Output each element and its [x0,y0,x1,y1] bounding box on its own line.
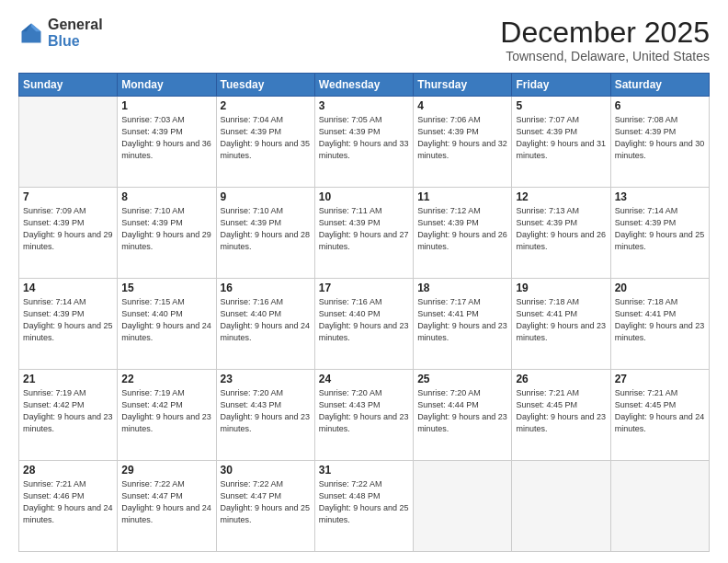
header-tuesday: Tuesday [216,74,314,97]
day-number-26: 26 [516,373,606,385]
header-sunday: Sunday [19,74,118,97]
day-info-3: Sunrise: 7:05 AM Sunset: 4:39 PM Dayligh… [319,114,409,162]
calendar-title: December 2025 [500,17,710,49]
day-info-6: Sunrise: 7:08 AM Sunset: 4:39 PM Dayligh… [615,114,705,162]
header: General Blue December 2025 Townsend, Del… [18,17,710,63]
day-number-23: 23 [221,373,311,385]
day-cell-1-6: 13Sunrise: 7:14 AM Sunset: 4:39 PM Dayli… [610,188,709,279]
day-cell-2-3: 17Sunrise: 7:16 AM Sunset: 4:40 PM Dayli… [314,279,413,370]
day-cell-2-6: 20Sunrise: 7:18 AM Sunset: 4:41 PM Dayli… [610,279,709,370]
day-info-22: Sunrise: 7:19 AM Sunset: 4:42 PM Dayligh… [121,387,211,435]
day-info-7: Sunrise: 7:09 AM Sunset: 4:39 PM Dayligh… [23,205,113,253]
day-number-19: 19 [516,282,606,294]
day-number-8: 8 [121,190,211,203]
day-number-25: 25 [417,373,507,385]
week-row-3: 21Sunrise: 7:19 AM Sunset: 4:42 PM Dayli… [19,370,710,461]
day-number-7: 7 [23,190,113,203]
day-cell-4-2: 30Sunrise: 7:22 AM Sunset: 4:47 PM Dayli… [216,461,314,552]
day-number-4: 4 [417,99,507,112]
day-info-23: Sunrise: 7:20 AM Sunset: 4:43 PM Dayligh… [221,387,311,435]
day-number-17: 17 [319,282,409,294]
day-cell-3-6: 27Sunrise: 7:21 AM Sunset: 4:45 PM Dayli… [610,370,709,461]
day-info-14: Sunrise: 7:14 AM Sunset: 4:39 PM Dayligh… [23,296,113,344]
day-info-15: Sunrise: 7:15 AM Sunset: 4:40 PM Dayligh… [121,296,211,344]
day-number-2: 2 [221,99,311,112]
day-number-21: 21 [23,373,113,385]
day-cell-2-2: 16Sunrise: 7:16 AM Sunset: 4:40 PM Dayli… [216,279,314,370]
day-info-30: Sunrise: 7:22 AM Sunset: 4:47 PM Dayligh… [221,478,311,526]
day-info-8: Sunrise: 7:10 AM Sunset: 4:39 PM Dayligh… [121,205,211,253]
week-row-4: 28Sunrise: 7:21 AM Sunset: 4:46 PM Dayli… [19,461,710,552]
day-info-11: Sunrise: 7:12 AM Sunset: 4:39 PM Dayligh… [417,205,507,253]
day-cell-0-5: 5Sunrise: 7:07 AM Sunset: 4:39 PM Daylig… [512,97,610,188]
day-info-2: Sunrise: 7:04 AM Sunset: 4:39 PM Dayligh… [221,114,311,162]
day-number-1: 1 [121,99,211,112]
day-info-9: Sunrise: 7:10 AM Sunset: 4:39 PM Dayligh… [221,205,311,253]
day-cell-2-1: 15Sunrise: 7:15 AM Sunset: 4:40 PM Dayli… [118,279,216,370]
day-cell-1-0: 7Sunrise: 7:09 AM Sunset: 4:39 PM Daylig… [19,188,118,279]
day-number-12: 12 [516,190,606,203]
week-row-1: 7Sunrise: 7:09 AM Sunset: 4:39 PM Daylig… [19,188,710,279]
page: General Blue December 2025 Townsend, Del… [0,0,728,563]
logo: General Blue [18,17,103,49]
day-number-15: 15 [121,282,211,294]
day-number-24: 24 [319,373,409,385]
day-cell-0-4: 4Sunrise: 7:06 AM Sunset: 4:39 PM Daylig… [414,97,512,188]
day-number-18: 18 [417,282,507,294]
day-info-25: Sunrise: 7:20 AM Sunset: 4:44 PM Dayligh… [417,387,507,435]
week-row-0: 1Sunrise: 7:03 AM Sunset: 4:39 PM Daylig… [19,97,710,188]
day-cell-4-4 [414,461,512,552]
day-number-16: 16 [221,282,311,294]
day-info-19: Sunrise: 7:18 AM Sunset: 4:41 PM Dayligh… [516,296,606,344]
day-cell-3-0: 21Sunrise: 7:19 AM Sunset: 4:42 PM Dayli… [19,370,118,461]
logo-text: General Blue [48,17,103,49]
day-number-5: 5 [516,99,606,112]
day-info-1: Sunrise: 7:03 AM Sunset: 4:39 PM Dayligh… [121,114,211,162]
day-number-3: 3 [319,99,409,112]
day-cell-0-0 [19,97,118,188]
day-cell-4-1: 29Sunrise: 7:22 AM Sunset: 4:47 PM Dayli… [118,461,216,552]
day-cell-1-2: 9Sunrise: 7:10 AM Sunset: 4:39 PM Daylig… [216,188,314,279]
header-saturday: Saturday [610,74,709,97]
day-number-11: 11 [417,190,507,203]
day-info-12: Sunrise: 7:13 AM Sunset: 4:39 PM Dayligh… [516,205,606,253]
day-number-10: 10 [319,190,409,203]
day-cell-4-0: 28Sunrise: 7:21 AM Sunset: 4:46 PM Dayli… [19,461,118,552]
day-info-21: Sunrise: 7:19 AM Sunset: 4:42 PM Dayligh… [23,387,113,435]
day-number-28: 28 [23,464,113,477]
day-info-4: Sunrise: 7:06 AM Sunset: 4:39 PM Dayligh… [417,114,507,162]
day-cell-0-1: 1Sunrise: 7:03 AM Sunset: 4:39 PM Daylig… [118,97,216,188]
title-block: December 2025 Townsend, Delaware, United… [500,17,710,63]
day-cell-0-2: 2Sunrise: 7:04 AM Sunset: 4:39 PM Daylig… [216,97,314,188]
day-info-29: Sunrise: 7:22 AM Sunset: 4:47 PM Dayligh… [121,478,211,526]
calendar-header-row: Sunday Monday Tuesday Wednesday Thursday… [19,74,710,97]
day-cell-2-4: 18Sunrise: 7:17 AM Sunset: 4:41 PM Dayli… [414,279,512,370]
calendar-location: Townsend, Delaware, United States [500,49,710,63]
day-cell-1-4: 11Sunrise: 7:12 AM Sunset: 4:39 PM Dayli… [414,188,512,279]
day-cell-3-1: 22Sunrise: 7:19 AM Sunset: 4:42 PM Dayli… [118,370,216,461]
day-cell-3-5: 26Sunrise: 7:21 AM Sunset: 4:45 PM Dayli… [512,370,610,461]
day-cell-3-2: 23Sunrise: 7:20 AM Sunset: 4:43 PM Dayli… [216,370,314,461]
header-wednesday: Wednesday [314,74,413,97]
day-cell-1-5: 12Sunrise: 7:13 AM Sunset: 4:39 PM Dayli… [512,188,610,279]
day-number-9: 9 [221,190,311,203]
day-cell-2-5: 19Sunrise: 7:18 AM Sunset: 4:41 PM Dayli… [512,279,610,370]
day-number-29: 29 [121,464,211,477]
day-info-17: Sunrise: 7:16 AM Sunset: 4:40 PM Dayligh… [319,296,409,344]
header-thursday: Thursday [414,74,512,97]
day-number-30: 30 [221,464,311,477]
week-row-2: 14Sunrise: 7:14 AM Sunset: 4:39 PM Dayli… [19,279,710,370]
day-info-24: Sunrise: 7:20 AM Sunset: 4:43 PM Dayligh… [319,387,409,435]
day-info-13: Sunrise: 7:14 AM Sunset: 4:39 PM Dayligh… [615,205,705,253]
calendar-table: Sunday Monday Tuesday Wednesday Thursday… [18,73,710,552]
day-number-31: 31 [319,464,409,477]
day-info-26: Sunrise: 7:21 AM Sunset: 4:45 PM Dayligh… [516,387,606,435]
header-monday: Monday [118,74,216,97]
logo-icon [18,20,44,46]
day-cell-4-6 [610,461,709,552]
day-cell-2-0: 14Sunrise: 7:14 AM Sunset: 4:39 PM Dayli… [19,279,118,370]
day-cell-4-5 [512,461,610,552]
day-info-18: Sunrise: 7:17 AM Sunset: 4:41 PM Dayligh… [417,296,507,344]
day-number-6: 6 [615,99,705,112]
day-info-20: Sunrise: 7:18 AM Sunset: 4:41 PM Dayligh… [615,296,705,344]
